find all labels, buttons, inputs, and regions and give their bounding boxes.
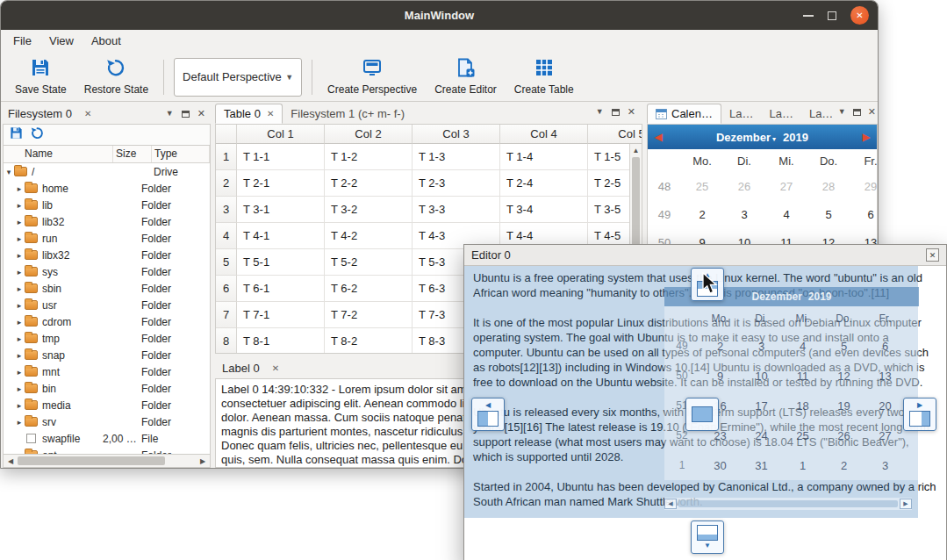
tree-row[interactable]: lib Folder (4, 197, 210, 213)
tree-row[interactable]: run Folder (4, 230, 210, 247)
restore-state-button[interactable]: Restore State (75, 54, 157, 99)
tree-row[interactable]: cdrom Folder (4, 313, 210, 330)
restore-icon[interactable] (31, 126, 44, 143)
table-cell[interactable]: T 4-2 (325, 223, 413, 249)
table-cell[interactable]: T 7-1 (237, 302, 325, 328)
tree-row[interactable]: swapfile 2,00 … File (4, 430, 210, 447)
tab-table0[interactable]: Table 0 ✕ (215, 104, 283, 124)
tree-row[interactable]: media Folder (4, 397, 210, 413)
calendar-day[interactable]: 3 (723, 208, 765, 221)
calendar-day[interactable]: 25 (681, 180, 723, 193)
table-cell[interactable]: T 6-1 (237, 276, 325, 302)
table-cell[interactable]: T 4-1 (237, 223, 325, 249)
tree-row[interactable]: usr Folder (4, 297, 210, 313)
table-column-header[interactable]: Col 1 (237, 125, 325, 144)
dock-close-icon[interactable]: ✕ (84, 109, 91, 118)
filesystem-hscrollbar[interactable]: ◀ ▶ (3, 454, 211, 468)
calendar-day[interactable]: 27 (765, 180, 807, 193)
calendar-day[interactable]: 5 (807, 208, 850, 221)
tree-row[interactable]: snap Folder (4, 347, 210, 363)
calendar-day[interactable]: 26 (723, 180, 765, 193)
tree-expand-icon[interactable] (14, 218, 25, 226)
tree-row[interactable]: mnt Folder (4, 363, 210, 380)
table-row-header[interactable]: 5 (216, 249, 237, 276)
save-state-button[interactable]: Save State (6, 54, 75, 99)
tab-calendar[interactable]: Calen… (647, 104, 721, 124)
tree-row[interactable]: tmp Folder (4, 330, 210, 347)
tree-expand-icon[interactable] (4, 168, 14, 176)
table-row-header[interactable]: 7 (216, 302, 237, 328)
create-table-button[interactable]: Create Table (506, 54, 583, 99)
tree-expand-icon[interactable] (14, 268, 25, 276)
dock-float-icon[interactable] (853, 109, 861, 116)
tab-close-icon[interactable]: ✕ (267, 109, 274, 118)
calendar-day[interactable]: 2 (681, 208, 723, 221)
scroll-up-icon[interactable]: ▲ (630, 144, 642, 156)
dock-menu-icon[interactable]: ▼ (166, 110, 174, 118)
table-column-header[interactable]: Col 5 (588, 125, 642, 144)
tree-expand-icon[interactable] (14, 351, 25, 360)
editor-close-button[interactable]: ✕ (926, 248, 939, 262)
filesystem-dock-titlebar[interactable]: Filesystem 0 ✕ ▼ ✕ (3, 104, 211, 124)
perspective-combobox[interactable]: Default Perspective ▼ (174, 58, 302, 97)
table-cell[interactable]: T 6-2 (325, 276, 413, 302)
dock-close-button[interactable]: ✕ (197, 109, 205, 118)
scrollbar-thumb[interactable] (18, 456, 165, 465)
menu-item[interactable]: View (40, 30, 83, 53)
dock-indicator-right[interactable]: ▶ (903, 398, 936, 431)
create-editor-button[interactable]: Create Editor (426, 54, 506, 99)
dock-menu-icon[interactable]: ▼ (838, 108, 846, 116)
table-column-header[interactable]: Col 2 (325, 125, 413, 144)
dock-float-icon[interactable] (612, 109, 620, 116)
dock-menu-icon[interactable]: ▼ (596, 108, 604, 116)
maximize-button[interactable] (828, 11, 836, 20)
table-cell[interactable]: T 3-4 (500, 197, 588, 223)
table-cell[interactable]: T 2-4 (500, 170, 588, 197)
tree-row[interactable]: lib32 Folder (4, 213, 210, 230)
scroll-left-icon[interactable]: ◀ (4, 455, 18, 467)
table-column-header[interactable]: Col 4 (500, 125, 588, 144)
table-cell[interactable]: T 1-4 (500, 144, 588, 170)
table-cell[interactable]: T 7-2 (325, 302, 413, 328)
calendar-day[interactable]: 29 (850, 180, 878, 193)
save-icon[interactable] (10, 126, 23, 143)
tree-expand-icon[interactable] (14, 184, 25, 193)
table-cell[interactable]: T 2-1 (237, 170, 325, 197)
dock-close-button[interactable]: ✕ (628, 107, 635, 117)
tree-expand-icon[interactable] (14, 334, 25, 343)
table-cell[interactable]: T 2-3 (413, 170, 500, 197)
minimize-button[interactable] (803, 15, 814, 17)
menu-item[interactable]: File (4, 30, 40, 53)
dock-indicator-center[interactable] (685, 398, 719, 431)
table-row-header[interactable]: 6 (216, 276, 237, 302)
column-header-name[interactable]: Name (4, 146, 113, 162)
tree-expand-icon[interactable] (14, 201, 25, 210)
tree-expand-icon[interactable] (14, 251, 25, 260)
table-column-header[interactable]: Col 3 (413, 125, 500, 144)
dock-float-icon[interactable] (182, 111, 190, 118)
tree-expand-icon[interactable] (14, 234, 25, 243)
tab-label[interactable]: La… (721, 104, 761, 124)
column-header-size[interactable]: Size (113, 146, 152, 162)
calendar-day[interactable]: 28 (807, 180, 850, 193)
window-titlebar[interactable]: MainWindow ✕ (1, 1, 878, 30)
tree-expand-icon[interactable] (14, 284, 25, 293)
dock-indicator-left[interactable]: ◀ (471, 398, 505, 431)
calendar-next-icon[interactable]: ▶ (856, 131, 877, 143)
table-cell[interactable]: T 5-1 (237, 249, 325, 276)
tab-filesystem1[interactable]: Filesystem 1 (c+ m- f-) (283, 104, 413, 124)
table-cell[interactable]: T 1-1 (237, 144, 325, 170)
dock-close-icon[interactable]: ✕ (272, 363, 279, 373)
tree-row[interactable]: home Folder (4, 180, 210, 197)
calendar-prev-icon[interactable]: ◀ (648, 131, 669, 143)
close-button[interactable]: ✕ (850, 6, 869, 25)
tree-expand-icon[interactable] (14, 368, 25, 377)
tab-label[interactable]: La… (761, 104, 800, 124)
table-row-header[interactable]: 4 (216, 223, 237, 249)
tree-row[interactable]: sbin Folder (4, 280, 210, 297)
table-cell[interactable]: T 3-1 (237, 197, 325, 223)
table-cell[interactable]: T 8-1 (237, 328, 325, 354)
table-cell[interactable]: T 1-2 (325, 144, 413, 170)
editor-titlebar[interactable]: Editor 0 ✕ (464, 245, 946, 266)
tree-row[interactable]: srv Folder (4, 413, 210, 430)
